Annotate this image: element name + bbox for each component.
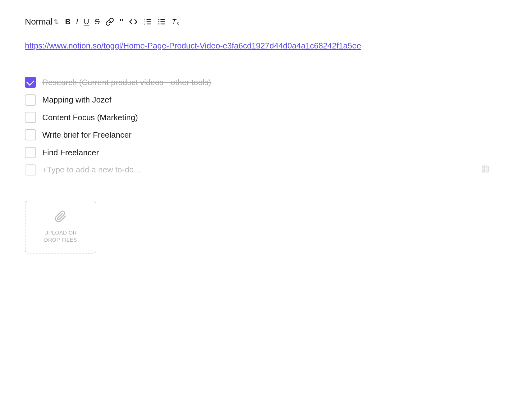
unordered-list-icon [158, 17, 166, 26]
quote-icon: " [120, 18, 123, 26]
style-selector[interactable]: Normal ⇅ [25, 17, 59, 27]
clear-format-button[interactable]: Tx [170, 17, 181, 26]
style-chevron-icon[interactable]: ⇅ [53, 18, 59, 25]
content-area: https://www.notion.so/toggl/Home-Page-Pr… [25, 34, 489, 253]
svg-point-10 [158, 21, 159, 22]
checkbox-3[interactable] [25, 112, 36, 123]
upload-area[interactable]: UPLOAD OR DROP FILES [25, 201, 96, 253]
checklist-label-1: Research (Current product videos - other… [42, 77, 211, 88]
checklist-label-4: Write brief for Freelancer [42, 129, 131, 140]
checklist-label-2: Mapping with Jozef [42, 94, 112, 105]
add-todo-input[interactable] [42, 165, 475, 175]
svg-rect-12 [482, 166, 488, 172]
checklist-label-3: Content Focus (Marketing) [42, 112, 138, 123]
upload-icon [54, 210, 67, 226]
svg-point-9 [158, 19, 159, 20]
todo-action-icon[interactable] [481, 165, 489, 175]
quote-button[interactable]: " [118, 16, 125, 27]
section-divider [25, 188, 489, 188]
strikethrough-button[interactable]: S [93, 17, 102, 27]
strikethrough-icon: S [95, 18, 100, 25]
bold-icon: B [65, 18, 70, 25]
checklist-item: Research (Current product videos - other… [25, 77, 489, 88]
checklist-item: Write brief for Freelancer [25, 129, 489, 140]
checklist-item: Mapping with Jozef [25, 94, 489, 105]
underline-button[interactable]: U [82, 17, 91, 27]
checklist-label-5: Find Freelancer [42, 147, 99, 158]
code-button[interactable] [127, 16, 140, 27]
svg-text:3: 3 [144, 23, 145, 25]
checkbox-2[interactable] [25, 94, 36, 106]
ordered-list-button[interactable]: 1 2 3 [141, 16, 154, 27]
checklist-item: Find Freelancer [25, 147, 489, 158]
unordered-list-button[interactable] [156, 16, 168, 27]
add-todo-checkbox [25, 164, 36, 176]
checkbox-4[interactable] [25, 129, 36, 140]
clear-format-icon: Tx [172, 18, 179, 25]
italic-icon: I [76, 18, 78, 25]
upload-label: UPLOAD OR DROP FILES [44, 229, 77, 244]
style-label: Normal [25, 17, 52, 27]
checklist-item: Content Focus (Marketing) [25, 112, 489, 123]
ordered-list-icon: 1 2 3 [143, 17, 152, 26]
code-icon [129, 17, 138, 26]
link-button[interactable] [103, 16, 116, 27]
checklist: Research (Current product videos - other… [25, 77, 489, 176]
checkbox-1[interactable] [25, 77, 36, 88]
bold-button[interactable]: B [63, 17, 72, 27]
italic-button[interactable]: I [74, 17, 80, 27]
notion-link[interactable]: https://www.notion.so/toggl/Home-Page-Pr… [25, 41, 361, 50]
formatting-toolbar: Normal ⇅ B I U S " 1 2 3 [25, 12, 489, 34]
underline-icon: U [84, 18, 89, 25]
link-icon [105, 17, 114, 26]
add-todo-row [25, 164, 489, 176]
checkbox-5[interactable] [25, 147, 36, 158]
svg-point-11 [158, 23, 159, 25]
link-block: https://www.notion.so/toggl/Home-Page-Pr… [25, 40, 489, 52]
